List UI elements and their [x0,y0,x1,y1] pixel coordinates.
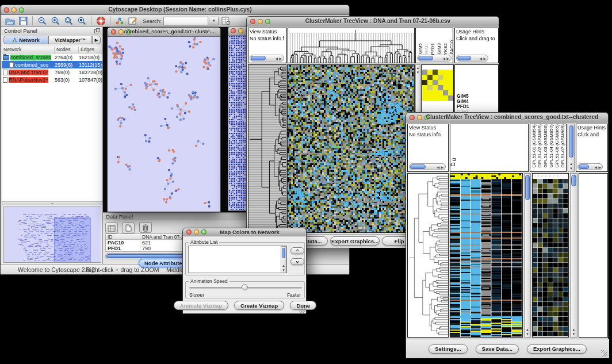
resize-grip[interactable] [299,306,305,313]
resize-grip[interactable] [601,350,607,357]
move-down-button[interactable]: v [290,258,304,265]
column-labels-panel: GPL51-01 (GSM854)GPL51-02 (GSM855)GPL51-… [530,124,567,172]
network-row[interactable]: combined_sco 2569(6) 13112(15) [2,61,102,68]
gene-list-vscrollbar[interactable]: ▲▼ [570,173,577,338]
zoom-matrix-cell [422,90,427,95]
save-data-button[interactable]: Save Data... [476,344,519,354]
view-status-hscrollbar[interactable]: ◀▶ [250,55,284,62]
close-icon[interactable] [250,19,255,24]
scroll-left-icon: ◀ [594,165,597,170]
network-nodes-icon[interactable] [114,16,125,26]
network-list-header: Network Nodes Edges [2,47,102,53]
main-titlebar[interactable]: Cytoscape Desktop (Session Name: collins… [1,5,349,15]
zoom-columns-hscrollbar[interactable]: ◀▶ [417,55,452,62]
toolbar-separator [91,16,91,25]
gene-label-list[interactable] [579,173,608,338]
zoom-matrix-cell [427,85,433,90]
speed-slider-thumb[interactable] [242,284,248,290]
help-lifering-icon[interactable] [95,16,106,26]
float-panel-icon[interactable] [94,28,100,33]
scroll-down-icon: ▼ [525,332,530,336]
network-view-titlebar[interactable]: combined_scores_good.txt--cluste... [108,28,220,37]
column-labels-vscrollbar[interactable]: ▲▼ [568,124,575,172]
open-folder-icon[interactable] [4,16,16,26]
zoom-selected-icon[interactable] [63,16,74,26]
tab-vizmapper[interactable]: VizMapper™ [48,36,92,44]
import-table-icon[interactable] [220,16,232,26]
network-row[interactable]: combined_scores 2764(0) 16218(0) [2,53,102,61]
search-input[interactable] [163,17,208,25]
attribute-list-vscrollbar[interactable]: ▲▼ [281,246,286,273]
zoom-matrix-cell [448,95,453,101]
heatmap-panel[interactable] [450,173,523,338]
save-icon[interactable] [17,16,29,26]
close-icon[interactable] [111,29,116,35]
network-view-canvas[interactable] [108,37,220,212]
tab-overflow-arrow[interactable]: ▶ [92,36,101,44]
scroll-right-icon: ▶ [446,56,449,61]
zoom-matrix-cell [438,75,443,80]
usage-hints-label: Usage Hints [455,28,498,35]
column-dendrogram-panel[interactable] [450,124,529,172]
network-overview-canvas[interactable] [4,206,101,262]
network-overview-panel[interactable] [3,206,101,263]
zoom-matrix-cell [433,90,438,95]
export-graphics-button[interactable]: Export Graphics... [330,236,380,246]
attribute-select-icon[interactable] [105,223,118,233]
column-dendrogram-canvas[interactable] [288,28,414,63]
zoom-matrix-cell [443,85,448,90]
gene-dendrogram-panel[interactable] [407,173,449,338]
usage-hints-hscrollbar[interactable]: ◀▶ [577,163,603,170]
close-icon[interactable] [231,28,236,33]
treeview-combined-titlebar[interactable]: ClusterMaker TreeView : combined_scores_… [406,113,608,122]
dialog-buttonbar: Animate Vizmap Create Vizmap Done [183,301,307,310]
heatmap-canvas[interactable] [450,174,522,337]
heatmap-vscrollbar[interactable]: ▲▼ [524,173,531,338]
gene-dendrogram-canvas[interactable] [408,174,448,337]
annotation-icon[interactable] [127,16,139,26]
close-icon[interactable] [410,115,415,120]
column-dendrogram-canvas[interactable] [450,124,528,171]
search-dropdown-icon[interactable]: ▼ [210,17,219,25]
zoom-heatmap-panel[interactable]: ○○○○○○○ [532,173,569,338]
gene-dendrogram-canvas[interactable] [248,65,286,232]
zoom-matrix-cell [438,70,443,75]
scroll-down-icon: ▼ [571,332,577,336]
zoom-matrix-cell [443,75,448,80]
zoom-in-icon[interactable] [49,16,61,26]
move-up-button[interactable]: ^ [290,247,304,254]
heatmap-panel[interactable] [287,64,415,233]
zoom-heatmap-canvas[interactable] [533,179,568,336]
zoom-fit-icon[interactable] [76,16,87,26]
overview-splitter[interactable]: ● [2,201,102,205]
treeview-dna-titlebar[interactable]: ClusterMaker TreeView : DNA and Tran 07-… [247,17,499,26]
animate-vizmap-button[interactable]: Animate Vizmap [174,301,228,310]
export-graphics-button[interactable]: Export Graphics... [527,344,587,354]
zoom-out-icon[interactable] [36,16,48,26]
gene-dendrogram-panel[interactable] [248,64,286,233]
attribute-list[interactable]: ▲▼ [188,246,287,273]
close-icon[interactable] [4,7,9,13]
create-vizmap-button[interactable]: Create Vizmap [234,301,284,310]
network-row[interactable]: DNA and Tran 07 769(0) 183728(0) [2,68,102,76]
view-status-hscrollbar[interactable]: ◀▶ [409,163,446,170]
usage-hints-hscrollbar[interactable]: ◀▶ [456,55,488,62]
zoom-matrix-heatmap[interactable] [422,70,453,101]
delete-attribute-icon[interactable] [139,222,152,233]
zoom-matrix-cell [438,90,443,95]
settings-button[interactable]: Settings... [429,344,467,354]
network-row[interactable]: RNAPuberNov2+ 563(0) 107847(0) [2,76,102,83]
tab-network[interactable]: Network [3,36,48,44]
scroll-up-icon: ▲ [416,66,420,70]
zoom-column-label: GIM4 [424,43,429,55]
heatmap-canvas[interactable] [288,65,414,232]
column-dendrogram-panel[interactable] [288,28,415,63]
new-attribute-icon[interactable] [122,223,135,233]
attribute-list-label: Attribute List [189,239,219,245]
minimize-icon[interactable] [238,28,243,33]
animation-speed-label: Animation Speed [189,278,230,284]
dialog-titlebar[interactable]: Map Colors to Network [183,228,306,236]
usage-hints-panel: Usage Hints Click and ◀▶ [576,124,608,172]
close-icon[interactable] [186,229,192,235]
scroll-right-icon: ▶ [279,56,282,61]
